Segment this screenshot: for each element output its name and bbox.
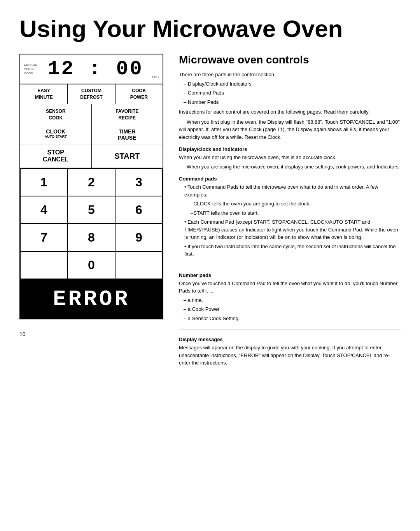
content-row: DEFROST SENSE COOK 12 : 00 LBS EASY MINU… <box>19 54 401 368</box>
easy-minute-line2: MINUTE <box>23 94 65 101</box>
number-item2: – a Cook Power, <box>179 305 401 313</box>
cancel-label: CANCEL <box>23 156 89 163</box>
cook-power-button[interactable]: COOK POWER <box>116 84 163 104</box>
error-text: ERROR <box>28 287 155 312</box>
sensor-cook-button[interactable]: SENSOR COOK <box>20 104 92 125</box>
left-column: DEFROST SENSE COOK 12 : 00 LBS EASY MINU… <box>19 54 163 368</box>
favorite-recipe-button[interactable]: FAVORITE RECIPE <box>92 104 163 125</box>
number-item3: – a Sensor Cook Setting. <box>179 315 401 322</box>
section-title: Microwave oven controls <box>179 54 401 66</box>
num-1-button[interactable]: 1 <box>20 168 68 196</box>
stop-label: STOP <box>23 149 89 156</box>
command-bullet2: • Each Command Pad (except START, STOP/C… <box>179 218 401 241</box>
section-divider-2 <box>179 329 401 329</box>
num-0-button[interactable]: 0 <box>68 251 115 279</box>
custom-defrost-button[interactable]: CUSTOM DEFROST <box>68 84 115 104</box>
display-clock-para2: When you are using the microwave oven, i… <box>179 163 401 171</box>
page-title: Using Your Microwave Oven <box>19 16 401 42</box>
defrost-line2: DEFROST <box>70 94 112 101</box>
display-clock-title: Display/clock and indicators <box>179 146 401 152</box>
num-7-button[interactable]: 7 <box>20 224 68 251</box>
clock-main-label: CLOCK <box>23 128 89 135</box>
right-column: Microwave oven controls There are three … <box>179 54 401 368</box>
num-3-button[interactable]: 3 <box>115 168 163 196</box>
start-label: START <box>114 152 140 161</box>
easy-minute-button[interactable]: EASY MINUTE <box>20 84 68 104</box>
display-lbs: LBS <box>152 75 159 81</box>
page-number: 10 <box>19 331 163 337</box>
number-pads-title: Number pads <box>179 272 401 278</box>
plugin-text: When you first plug in the oven, the Dis… <box>179 118 401 141</box>
num-4-button[interactable]: 4 <box>20 196 68 224</box>
row-stop-start: STOP CANCEL START <box>20 144 163 168</box>
row-clock-timer: CLOCK AUTO START TIMER PAUSE <box>20 125 163 144</box>
command-dash2: –START tells the oven to start. <box>179 209 401 217</box>
part-command: – Command Pads <box>179 89 401 97</box>
sensor-line1: SENSOR <box>23 108 89 115</box>
command-bullet1: • Touch Command Pads to tell the microwa… <box>179 183 401 198</box>
cook-indicator: COOK <box>24 71 39 75</box>
error-display: ERROR <box>19 280 163 319</box>
page-container: Using Your Microwave Oven DEFROST SENSE … <box>0 0 420 384</box>
section-divider <box>179 265 401 265</box>
sensor-line2: COOK <box>23 115 89 121</box>
instructions-text: Instructions for each control are covere… <box>179 108 401 116</box>
display-clock-para1: When you are not using the microwave ove… <box>179 154 401 161</box>
command-bullet3: • If you touch two instructions into the… <box>179 243 401 258</box>
num-2-button[interactable]: 2 <box>68 168 115 196</box>
auto-start-label: AUTO START <box>23 135 89 138</box>
easy-minute-line1: EASY <box>23 88 65 94</box>
number-pad: 1 2 3 4 5 6 7 8 9 0 <box>19 168 163 280</box>
pause-label: PAUSE <box>94 135 161 141</box>
command-dash1: –CLOCK tells the oven you are going to s… <box>179 200 401 208</box>
num-8-button[interactable]: 8 <box>68 224 115 251</box>
display-messages-title: Display messages <box>179 336 401 342</box>
defrost-indicator: DEFROST <box>24 63 39 67</box>
intro-text: There are three parts in the control sec… <box>179 71 401 79</box>
display-time: 12 : 00 <box>42 58 149 81</box>
number-pads-para1: Once you've touched a Command Pad to tel… <box>179 280 401 295</box>
sense-indicator: SENSE <box>24 67 39 71</box>
start-button[interactable]: START <box>92 144 163 168</box>
clock-auto-start-button[interactable]: CLOCK AUTO START <box>20 125 92 144</box>
display-messages-para1: Messages will appear on the display to g… <box>179 344 401 367</box>
part-display: – Display/Clock and Indicators <box>179 80 401 88</box>
cook-line1: COOK <box>118 88 160 94</box>
number-item1: – a time, <box>179 296 401 304</box>
part-number: – Number Pads <box>179 98 401 106</box>
stop-cancel-button[interactable]: STOP CANCEL <box>20 144 92 168</box>
recipe-line2: RECIPE <box>94 115 161 121</box>
row-top-buttons: EASY MINUTE CUSTOM DEFROST COOK POWER <box>20 84 163 104</box>
command-pads-title: Command pads <box>179 176 401 182</box>
display-panel: DEFROST SENSE COOK 12 : 00 LBS <box>19 54 163 84</box>
display-indicators: DEFROST SENSE COOK <box>24 63 39 76</box>
control-pad: EASY MINUTE CUSTOM DEFROST COOK POWER <box>19 84 163 168</box>
power-line2: POWER <box>118 94 160 101</box>
num-5-button[interactable]: 5 <box>68 196 115 224</box>
num-6-button[interactable]: 6 <box>115 196 163 224</box>
favorite-line1: FAVORITE <box>94 108 161 115</box>
custom-line1: CUSTOM <box>70 88 112 94</box>
row-mid-buttons: SENSOR COOK FAVORITE RECIPE <box>20 104 163 126</box>
num-9-button[interactable]: 9 <box>115 224 163 251</box>
timer-pause-button[interactable]: TIMER PAUSE <box>92 125 163 144</box>
timer-main-label: TIMER <box>94 128 161 135</box>
